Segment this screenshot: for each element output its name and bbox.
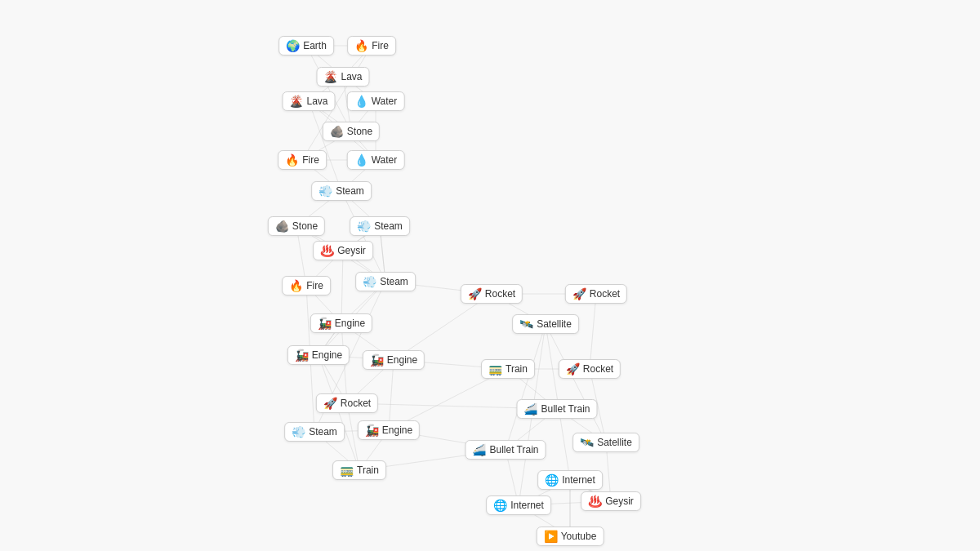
node-label-satellite1: Satellite (537, 318, 572, 330)
node-water1[interactable]: 💧Water (347, 91, 405, 111)
node-label-satellite2: Satellite (597, 437, 632, 448)
svg-line-36 (546, 324, 606, 442)
node-steam2[interactable]: 💨Steam (350, 216, 410, 236)
svg-line-64 (309, 101, 341, 191)
node-steam3[interactable]: 💨Steam (355, 272, 416, 291)
node-label-bullet_train1: Bullet Train (541, 403, 590, 415)
node-icon-lava2: 🌋 (289, 96, 303, 107)
node-fire1[interactable]: 🔥Fire (347, 36, 396, 56)
node-engine2[interactable]: 🚂Engine (287, 345, 350, 365)
node-fire2[interactable]: 🔥Fire (278, 150, 327, 170)
node-icon-rocket2: 🚀 (572, 288, 586, 300)
node-icon-geysir1: ♨️ (320, 245, 334, 256)
svg-line-47 (341, 251, 343, 323)
node-icon-youtube1: ▶️ (544, 531, 558, 542)
node-label-geysir2: Geysir (605, 495, 634, 507)
node-label-steam3: Steam (380, 276, 408, 287)
node-icon-engine1: 🚂 (318, 318, 332, 329)
node-lava2[interactable]: 🌋Lava (282, 91, 335, 111)
node-label-geysir1: Geysir (337, 245, 366, 256)
node-label-engine4: Engine (382, 424, 412, 436)
node-engine3[interactable]: 🚂Engine (363, 350, 425, 370)
node-label-steam1: Steam (336, 185, 364, 197)
node-rocket3[interactable]: 🚀Rocket (559, 359, 621, 379)
node-satellite1[interactable]: 🛰️Satellite (512, 314, 579, 334)
node-icon-fire3: 🔥 (289, 280, 303, 291)
node-label-youtube1: Youtube (561, 531, 597, 542)
svg-line-35 (590, 294, 596, 369)
node-icon-internet2: 🌐 (493, 500, 507, 511)
node-label-train1: Train (506, 363, 528, 375)
node-icon-bullet_train1: 🚄 (523, 403, 537, 415)
node-label-rocket2: Rocket (590, 288, 620, 300)
node-icon-satellite1: 🛰️ (519, 318, 533, 330)
node-label-internet1: Internet (562, 474, 595, 486)
node-icon-stone2: 🪨 (275, 220, 289, 232)
node-label-fire2: Fire (302, 154, 319, 166)
node-label-stone2: Stone (292, 220, 318, 232)
node-label-bullet_train2: Bullet Train (489, 444, 538, 455)
node-geysir1[interactable]: ♨️Geysir (313, 241, 373, 260)
node-internet1[interactable]: 🌐Internet (537, 470, 603, 490)
node-icon-earth1: 🌍 (286, 40, 300, 51)
node-icon-rocket3: 🚀 (566, 363, 580, 375)
node-icon-engine3: 🚂 (370, 354, 384, 366)
node-icon-bullet_train2: 🚄 (472, 444, 486, 455)
svg-line-61 (306, 46, 351, 131)
node-icon-steam1: 💨 (318, 185, 332, 197)
node-youtube1[interactable]: ▶️Youtube (537, 527, 604, 546)
node-icon-train2: 🚃 (340, 464, 354, 476)
node-train1[interactable]: 🚃Train (481, 359, 535, 379)
node-stone2[interactable]: 🪨Stone (268, 216, 325, 236)
node-train2[interactable]: 🚃Train (332, 460, 386, 480)
node-label-rocket4: Rocket (341, 398, 371, 409)
node-icon-lava1: 🌋 (323, 71, 337, 82)
node-icon-fire2: 🔥 (285, 154, 299, 166)
node-bullet_train2[interactable]: 🚄Bullet Train (465, 440, 546, 460)
node-label-rocket3: Rocket (583, 363, 613, 375)
node-water2[interactable]: 💧Water (347, 150, 405, 170)
node-internet2[interactable]: 🌐Internet (486, 495, 551, 515)
node-label-internet2: Internet (510, 500, 544, 511)
node-fire3[interactable]: 🔥Fire (282, 276, 331, 295)
node-satellite2[interactable]: 🛰️Satellite (572, 433, 639, 452)
node-label-steam2: Steam (374, 220, 403, 232)
node-icon-internet1: 🌐 (545, 474, 559, 486)
node-icon-water1: 💧 (354, 96, 368, 107)
node-label-water1: Water (372, 96, 398, 107)
node-icon-steam3: 💨 (363, 276, 376, 287)
node-label-engine3: Engine (387, 354, 417, 366)
node-rocket2[interactable]: 🚀Rocket (565, 284, 627, 304)
node-label-engine1: Engine (335, 318, 365, 329)
node-earth1[interactable]: 🌍Earth (278, 36, 334, 56)
node-geysir2[interactable]: ♨️Geysir (581, 491, 641, 511)
node-label-lava1: Lava (341, 71, 362, 82)
node-bullet_train1[interactable]: 🚄Bullet Train (516, 399, 597, 419)
node-label-rocket1: Rocket (485, 288, 515, 300)
node-engine4[interactable]: 🚂Engine (358, 420, 420, 440)
node-rocket4[interactable]: 🚀Rocket (316, 393, 378, 413)
node-icon-engine4: 🚂 (365, 424, 379, 436)
node-icon-steam2: 💨 (357, 220, 371, 232)
node-label-stone1: Stone (347, 126, 372, 137)
node-label-steam4: Steam (309, 426, 337, 438)
node-label-fire3: Fire (306, 280, 323, 291)
node-label-earth1: Earth (303, 40, 327, 51)
node-icon-engine2: 🚂 (295, 349, 309, 361)
node-steam4[interactable]: 💨Steam (284, 422, 345, 442)
node-icon-geysir2: ♨️ (588, 495, 602, 507)
node-lava1[interactable]: 🌋Lava (316, 67, 369, 87)
svg-line-73 (506, 324, 546, 450)
node-label-engine2: Engine (312, 349, 342, 361)
graph-container: 🌍Earth🔥Fire🌋Lava🌋Lava💧Water🪨Stone🔥Fire💧W… (0, 0, 980, 551)
node-stone1[interactable]: 🪨Stone (323, 122, 380, 141)
node-label-lava2: Lava (306, 96, 327, 107)
node-steam1[interactable]: 💨Steam (311, 181, 372, 201)
node-engine1[interactable]: 🚂Engine (310, 313, 372, 333)
node-icon-rocket4: 🚀 (323, 398, 337, 409)
node-label-train2: Train (357, 464, 379, 476)
node-icon-fire1: 🔥 (354, 40, 368, 51)
node-rocket1[interactable]: 🚀Rocket (461, 284, 523, 304)
node-icon-water2: 💧 (354, 154, 368, 166)
node-icon-rocket1: 🚀 (468, 288, 482, 300)
